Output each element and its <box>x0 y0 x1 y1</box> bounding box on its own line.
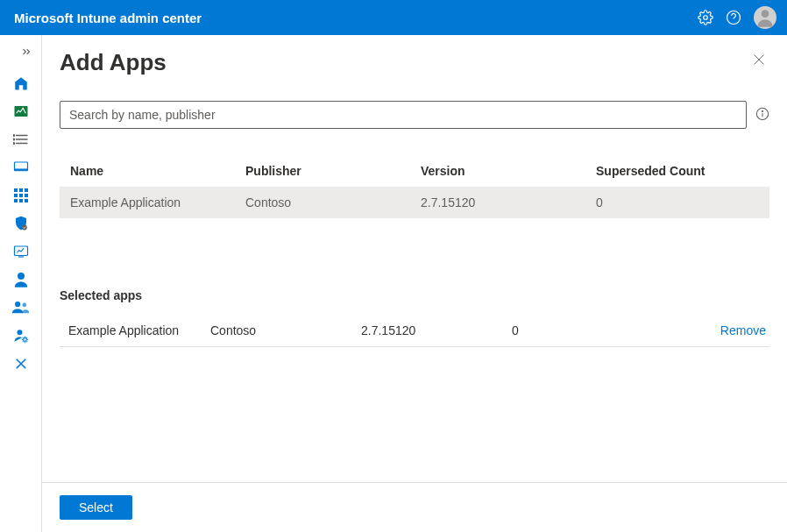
devices-icon[interactable] <box>12 159 30 176</box>
svg-point-34 <box>762 110 762 111</box>
svg-point-29 <box>23 338 26 342</box>
svg-point-8 <box>13 135 15 137</box>
svg-rect-12 <box>14 169 27 171</box>
selected-row: Example Application Contoso 2.7.15120 0 … <box>60 315 769 347</box>
page-title: Add Apps <box>60 49 167 76</box>
expand-sidebar-icon[interactable] <box>17 42 36 64</box>
svg-point-26 <box>15 301 20 307</box>
col-header-publisher: Publisher <box>245 164 421 178</box>
svg-point-22 <box>21 225 26 231</box>
svg-point-3 <box>762 10 769 18</box>
selected-cell-publisher: Contoso <box>210 323 361 337</box>
topbar: Microsoft Intune admin center <box>0 0 787 35</box>
selected-apps-table: Example Application Contoso 2.7.15120 0 … <box>60 315 769 347</box>
svg-rect-14 <box>19 188 23 192</box>
svg-rect-21 <box>25 199 28 202</box>
apps-icon[interactable] <box>12 187 30 204</box>
selected-apps-title: Selected apps <box>60 288 769 302</box>
apps-table: Name Publisher Version Superseded Count … <box>60 155 769 218</box>
svg-point-0 <box>704 16 708 20</box>
select-button[interactable]: Select <box>60 495 132 520</box>
troubleshoot-icon[interactable] <box>12 355 30 372</box>
svg-point-10 <box>13 143 15 145</box>
groups-icon[interactable] <box>12 299 30 316</box>
table-row[interactable]: Example Application Contoso 2.7.15120 0 <box>60 187 769 218</box>
svg-point-9 <box>13 138 15 140</box>
col-header-superseded: Superseded Count <box>596 164 759 178</box>
home-icon[interactable] <box>12 74 30 92</box>
col-header-name: Name <box>70 164 245 178</box>
remove-link[interactable]: Remove <box>720 323 766 337</box>
help-icon[interactable] <box>726 10 741 25</box>
close-icon[interactable] <box>748 49 769 73</box>
main-panel: Add Apps Name Publisher Version Supersed… <box>42 35 787 532</box>
tenant-admin-icon[interactable] <box>12 327 30 344</box>
dashboard-icon[interactable] <box>12 103 30 120</box>
search-input[interactable] <box>60 101 747 129</box>
users-icon[interactable] <box>12 271 30 288</box>
selected-cell-superseded: 0 <box>512 323 663 337</box>
sidebar <box>0 35 42 532</box>
avatar[interactable] <box>754 6 776 29</box>
all-services-icon[interactable] <box>12 131 30 148</box>
settings-icon[interactable] <box>698 10 713 25</box>
svg-rect-13 <box>14 188 18 192</box>
svg-point-1 <box>727 11 741 25</box>
col-header-version: Version <box>421 164 596 178</box>
svg-rect-18 <box>25 194 28 197</box>
selected-cell-version: 2.7.15120 <box>361 323 512 337</box>
svg-rect-19 <box>14 199 18 202</box>
svg-point-25 <box>18 273 25 280</box>
svg-rect-17 <box>19 194 23 197</box>
selected-cell-name: Example Application <box>60 323 210 337</box>
svg-point-28 <box>17 330 22 335</box>
endpoint-security-icon[interactable] <box>12 215 30 232</box>
svg-rect-16 <box>14 194 18 197</box>
topbar-actions <box>698 6 776 29</box>
table-header: Name Publisher Version Superseded Count <box>60 155 769 187</box>
cell-name: Example Application <box>70 195 245 209</box>
svg-rect-20 <box>19 199 23 202</box>
footer: Select <box>42 482 787 532</box>
cell-superseded: 0 <box>596 195 759 209</box>
cell-version: 2.7.15120 <box>421 195 596 209</box>
svg-rect-15 <box>25 188 28 192</box>
svg-point-27 <box>22 303 26 308</box>
info-icon[interactable] <box>755 107 769 124</box>
reports-icon[interactable] <box>12 243 30 260</box>
cell-publisher: Contoso <box>245 195 421 209</box>
topbar-title: Microsoft Intune admin center <box>14 11 202 25</box>
